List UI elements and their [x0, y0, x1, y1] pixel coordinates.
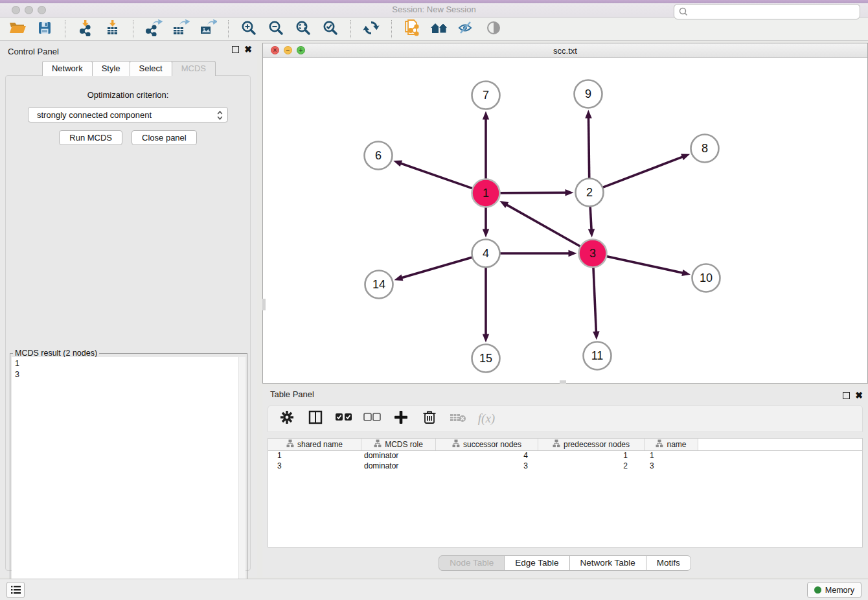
task-history-button[interactable]	[6, 582, 25, 598]
hide-selected-button[interactable]	[453, 19, 480, 39]
edge-arrowhead	[499, 201, 508, 208]
edge-arrowhead	[681, 154, 690, 161]
table-row[interactable]: 3dominator323	[268, 461, 862, 472]
import-network-button[interactable]	[72, 19, 99, 39]
import-table-icon	[104, 19, 121, 39]
tab-style[interactable]: Style	[92, 61, 130, 76]
export-image-button[interactable]	[194, 19, 222, 39]
network-hscroll-thumb[interactable]	[560, 380, 566, 384]
control-panel-close-icon[interactable]: ✖	[244, 46, 252, 53]
zoom-in-button[interactable]	[235, 19, 262, 39]
tab-network-table[interactable]: Network Table	[569, 555, 646, 571]
first-neighbors-button[interactable]	[426, 19, 453, 39]
graph-node-1[interactable]: 1	[472, 179, 500, 207]
graph-node-11[interactable]: 11	[584, 342, 611, 370]
tab-edge-table[interactable]: Edge Table	[504, 555, 569, 571]
columns-icon	[308, 410, 323, 428]
run-mcds-button[interactable]: Run MCDS	[59, 130, 122, 145]
import-table-button[interactable]	[99, 19, 126, 39]
table-panel-close-icon[interactable]: ✖	[855, 392, 863, 399]
column-header-MCDS-role[interactable]: MCDS role	[361, 439, 436, 450]
edge-arrowhead	[569, 250, 577, 257]
apply-layout-icon	[363, 19, 380, 39]
edge-3-10[interactable]	[606, 257, 683, 273]
graph-node-4[interactable]: 4	[472, 240, 500, 268]
export-network-button[interactable]	[140, 19, 167, 39]
network-window-titlebar[interactable]: × − + scc.txt	[263, 43, 867, 58]
result-scrollbar[interactable]	[238, 357, 246, 600]
save-session-button[interactable]	[31, 19, 58, 39]
control-panel-float-icon[interactable]	[232, 46, 239, 53]
graph-node-8[interactable]: 8	[691, 135, 719, 163]
function-builder-button[interactable]: f(x)	[474, 408, 499, 429]
svg-text:15: 15	[479, 352, 492, 365]
edge-3-11[interactable]	[593, 267, 596, 332]
tree-sort-icon	[553, 439, 560, 450]
deselect-all-button[interactable]	[360, 408, 385, 429]
apply-layout-button[interactable]	[358, 19, 385, 39]
edge-3-1[interactable]	[506, 204, 580, 246]
add-row-button[interactable]	[389, 408, 413, 429]
graph-node-3[interactable]: 3	[579, 240, 607, 268]
settings-button[interactable]	[275, 408, 299, 429]
network-graph[interactable]: 7 9 6 8 1 2 4 3 14 10 15 11	[263, 58, 867, 383]
clone-network-button[interactable]	[398, 19, 426, 39]
graph-node-7[interactable]: 7	[472, 82, 500, 110]
svg-text:9: 9	[585, 87, 591, 100]
search-input[interactable]	[674, 4, 860, 19]
edge-2-9[interactable]	[588, 117, 589, 178]
tab-motifs[interactable]: Motifs	[646, 555, 691, 571]
table-panel-float-icon[interactable]	[843, 392, 850, 399]
tab-network[interactable]: Network	[42, 61, 93, 76]
network-vscroll-thumb[interactable]	[262, 299, 266, 310]
optimization-criterion-label: Optimization criterion:	[6, 90, 250, 100]
export-image-icon	[199, 19, 217, 39]
node-table: shared nameMCDS rolesuccessor nodesprede…	[268, 438, 863, 548]
delete-table-button[interactable]	[446, 408, 470, 429]
edge-4-14[interactable]	[401, 257, 472, 278]
graph-node-2[interactable]: 2	[576, 179, 604, 207]
edge-arrowhead	[393, 160, 402, 167]
control-panel-title: Control Panel	[8, 47, 59, 56]
graph-node-15[interactable]: 15	[472, 345, 500, 373]
edge-2-8[interactable]	[602, 157, 683, 188]
tab-select[interactable]: Select	[130, 61, 172, 76]
zoom-fit-button[interactable]	[290, 19, 317, 39]
svg-text:7: 7	[483, 89, 489, 102]
select-all-button[interactable]	[332, 408, 356, 429]
column-header-successor-nodes[interactable]: successor nodes	[436, 439, 538, 450]
function-builder-icon: f(x)	[478, 411, 495, 426]
search-box	[674, 4, 860, 19]
column-header-predecessor-nodes[interactable]: predecessor nodes	[538, 439, 645, 450]
column-header-name[interactable]: name	[645, 439, 698, 450]
columns-button[interactable]	[303, 408, 328, 429]
memory-button[interactable]: Memory	[807, 582, 862, 598]
criterion-select[interactable]: strongly connected component	[28, 107, 228, 122]
graph-node-9[interactable]: 9	[575, 80, 602, 108]
edge-1-2[interactable]	[499, 192, 566, 193]
network-canvas[interactable]: 7 9 6 8 1 2 4 3 14 10 15 11	[263, 58, 867, 383]
edge-2-3[interactable]	[590, 206, 591, 230]
edge-arrowhead	[585, 110, 591, 118]
mcds-result-text[interactable]: 13	[12, 357, 238, 600]
column-header-shared-name[interactable]: shared name	[268, 439, 361, 450]
graph-node-14[interactable]: 14	[365, 271, 393, 299]
edge-arrowhead	[681, 270, 691, 276]
show-all-button[interactable]	[480, 19, 507, 39]
zoom-selected-button[interactable]	[317, 19, 344, 39]
deselect-all-icon	[363, 412, 382, 425]
network-window-title: scc.txt	[263, 46, 867, 56]
close-panel-button[interactable]: Close panel	[131, 130, 197, 145]
graph-node-10[interactable]: 10	[692, 264, 720, 292]
delete-row-button[interactable]	[417, 408, 442, 429]
mcds-panel: Optimization criterion: strongly connect…	[5, 75, 251, 571]
export-table-button[interactable]	[167, 19, 194, 39]
edge-1-6[interactable]	[400, 163, 473, 189]
graph-node-6[interactable]: 6	[365, 142, 393, 170]
open-file-button[interactable]	[4, 19, 31, 39]
tab-mcds[interactable]: MCDS	[172, 61, 216, 76]
tree-sort-icon	[286, 439, 294, 450]
tab-node-table[interactable]: Node Table	[439, 555, 505, 571]
table-row[interactable]: 1dominator411	[268, 451, 862, 461]
zoom-out-button[interactable]	[262, 19, 290, 39]
